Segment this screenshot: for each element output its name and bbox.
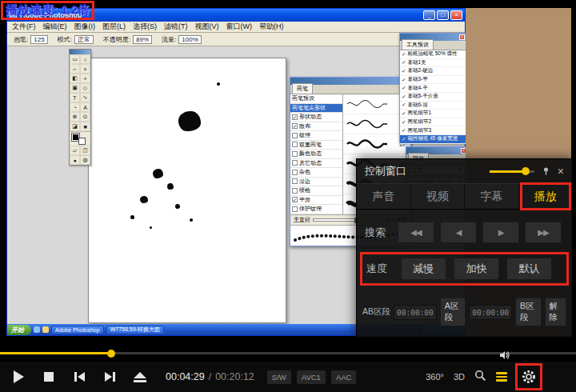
screenmode-icon[interactable]: ◫ [80,146,90,155]
list-item[interactable]: ✓散布 [290,122,342,132]
list-item[interactable]: 喷枪 [290,186,342,196]
b-time-field[interactable]: 00:00:00 [469,305,512,320]
header-slider[interactable] [490,167,534,175]
checkbox[interactable] [292,142,298,147]
shape-tool-icon[interactable]: ■ [80,122,90,131]
maximize-button[interactable]: □ [437,10,449,20]
taskbar-button[interactable]: Adobe Photoshop [51,326,104,334]
ps-menu-item[interactable]: 图像(I) [74,22,96,32]
list-item[interactable]: 画笔笔尖形状 [290,104,342,114]
tab-sound[interactable]: 声音 [357,184,411,209]
slider-handle[interactable] [522,167,530,175]
list-item[interactable]: 其它动态 [290,159,342,169]
ps-menu-item[interactable]: 窗口(W) [226,22,253,32]
healing-tool-icon[interactable]: ▣ [70,83,80,93]
seek-back-fast-button[interactable]: ◀◀ [398,222,434,243]
close-icon[interactable]: × [558,166,564,177]
brush-tool-icon[interactable]: ◇ [80,83,90,93]
zoom-icon[interactable] [474,370,486,385]
next-button[interactable] [95,364,124,390]
stop-button[interactable] [34,364,63,390]
seek-back-button[interactable]: ◀ [440,222,477,243]
wand-tool-icon[interactable]: × [80,64,90,74]
minimize-button[interactable]: _ [423,10,435,20]
tab-tool-presets[interactable]: 工具预设 [402,39,434,50]
dodge-tool-icon[interactable]: ⊕ [70,112,80,122]
tab-brushes[interactable]: 画笔 [292,83,313,94]
gradient-tool-icon[interactable]: A [80,102,90,112]
list-item[interactable]: 画笔预设 [290,94,342,104]
checkbox[interactable] [292,178,298,184]
checkbox[interactable]: ✓ [292,197,298,202]
preset-item[interactable]: ✓基础4-干 [400,84,466,93]
quicklaunch-icon[interactable] [42,326,49,333]
tab-playback[interactable]: 播放 [519,184,573,209]
ps-menu-item[interactable]: 滤镜(T) [164,22,188,32]
preset-item[interactable]: ✓画笔细节2 [400,118,466,127]
list-item[interactable]: ✓形状动态 [290,113,342,122]
checkbox[interactable]: ✓ [292,123,298,129]
list-item[interactable]: 纹理 [290,131,342,141]
seek-handle[interactable] [107,350,115,358]
seek-forward-button[interactable]: ▶ [482,222,519,243]
preset-item[interactable]: ✓基础2-硬边 [400,67,466,76]
ps-menu-item[interactable]: 图层(L) [102,22,126,32]
checkbox[interactable] [292,206,298,212]
mode-dropdown[interactable]: 正常 [74,35,94,44]
seek-forward-fast-button[interactable]: ▶▶ [525,222,562,243]
open-button[interactable] [126,364,154,390]
settings-button[interactable] [517,365,541,389]
sponge-tool-icon[interactable]: ⊙ [80,112,90,122]
quickmask-icon[interactable]: ▱ [70,146,80,155]
marquee-tool-icon[interactable]: ▭ [70,54,80,64]
ps-menu-item[interactable]: 帮助(H) [259,22,284,32]
start-button[interactable]: 开始 [7,325,31,335]
a-time-field[interactable]: 00:00:00 [394,305,437,320]
flow-input[interactable]: 100% [178,35,201,44]
ps-menu-item[interactable]: 视图(V) [195,22,219,32]
checkbox[interactable] [292,188,298,194]
ps-canvas[interactable] [88,58,286,323]
crop-tool-icon[interactable]: ◧ [70,74,80,83]
tab-subtitle[interactable]: 字幕 [465,184,519,209]
stamp-tool-icon[interactable]: ∿ [80,93,90,102]
zoom-tool-icon[interactable]: ◍ [80,155,90,165]
slice-tool-icon[interactable]: + [80,74,90,83]
list-item[interactable]: ✓平滑 [290,196,342,206]
preset-item[interactable]: ✓磁性钢笔 45 像素宽度 [400,135,466,144]
a-segment-button[interactable]: A区段 [440,298,466,326]
panel-close-icon[interactable]: × [459,34,465,40]
preset-item[interactable]: ✓基础5-干介质 [400,93,466,102]
type-tool-icon[interactable]: T [70,93,80,102]
hand-tool-icon[interactable]: ● [70,155,80,165]
preset-item[interactable]: ✓基础1支 [400,59,466,68]
play-button[interactable] [4,364,33,390]
taskbar-button[interactable]: W7758.59-转换大图 [106,326,164,334]
brush-size-dropdown[interactable]: 125 [30,35,47,44]
ps-menu-item[interactable]: 编辑(E) [43,22,67,32]
color-swatches[interactable] [70,131,90,146]
checkbox[interactable] [292,133,298,138]
pin-icon[interactable] [542,164,550,178]
preset-item[interactable]: ✓粗糙油蜡笔 50% 弹性 [400,50,466,59]
playlist-icon[interactable] [496,372,507,382]
preset-item[interactable]: ✓基础6-湿 [400,102,466,110]
previous-button[interactable] [65,364,94,390]
eraser-tool-icon[interactable]: ◔ [70,102,80,112]
release-button[interactable]: 解除 [545,298,566,326]
checkbox[interactable]: ✓ [292,114,298,120]
default-speed-button[interactable]: 默认 [506,258,552,280]
list-item[interactable]: 湿边 [290,178,342,187]
checkbox[interactable] [292,160,298,166]
list-item[interactable]: 颜色动态 [290,150,342,159]
seek-bar[interactable] [0,349,576,358]
checkbox[interactable] [292,151,298,157]
speed-up-button[interactable]: 加快 [454,258,499,280]
list-item[interactable]: 双重画笔 [290,141,342,150]
tab-video[interactable]: 视频 [411,184,466,209]
preset-item[interactable]: ✓画笔细节1 [400,110,466,118]
list-item[interactable]: 保护纹理 [290,205,342,214]
close-button[interactable]: × [450,10,462,20]
lasso-tool-icon[interactable]: ⌐ [70,64,80,74]
background-color-swatch[interactable] [78,138,86,145]
